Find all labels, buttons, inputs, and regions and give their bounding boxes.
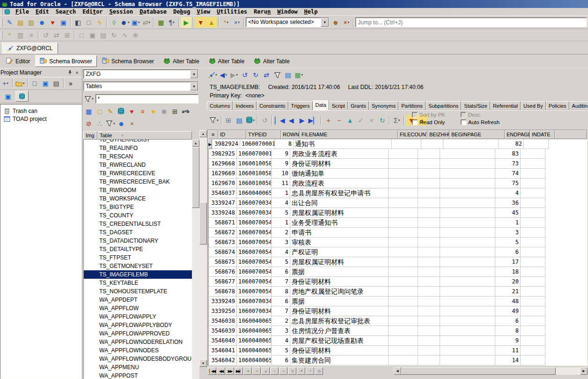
cell-indate[interactable] — [521, 267, 545, 277]
cell-id[interactable]: 568673 — [209, 238, 237, 247]
cell-filename[interactable]: 身份证明材料 — [290, 346, 389, 356]
cell-beizhhu[interactable] — [418, 297, 440, 306]
cell-filename[interactable]: 身份证明材料 — [290, 306, 389, 316]
cell-indate[interactable] — [521, 326, 545, 336]
detail-tab-columns[interactable]: Columns — [207, 101, 233, 110]
menu-window[interactable]: Window — [274, 8, 301, 15]
tab-database-view[interactable] — [15, 91, 29, 102]
cell-rowno[interactable]: 11 — [272, 178, 290, 188]
cell-rowno[interactable]: 6 — [272, 356, 290, 365]
filter-records-icon[interactable]: ◇ — [315, 367, 323, 375]
dropdown-arrow-icon[interactable]: ▾ — [348, 21, 350, 24]
cell-rowno[interactable]: 4 — [272, 247, 290, 257]
menu-view[interactable]: View — [193, 8, 213, 15]
cell-filecount[interactable] — [389, 218, 418, 228]
table-list-item[interactable]: TB_RESCAN — [84, 152, 192, 161]
cell-beginpage[interactable] — [440, 247, 495, 257]
cell-filename[interactable]: 住房情况分户普查表 — [290, 326, 389, 336]
back-icon[interactable]: ◀▾ — [218, 70, 229, 81]
dropdown-arrow-icon[interactable]: ▾ — [138, 21, 140, 24]
next-page-icon[interactable]: ▶▶ — [226, 367, 234, 375]
cell-filecount[interactable] — [389, 306, 418, 316]
table-list-item[interactable]: TB_WORKSPACE — [84, 194, 192, 203]
table-row[interactable]: 56867710600700547身份证明材料20 — [208, 277, 587, 287]
hscroll-thumb[interactable] — [401, 367, 556, 375]
cell-rowno[interactable]: 7 — [272, 277, 290, 287]
commit-icon[interactable]: ▼ — [195, 17, 206, 28]
grid-scroll-thumb[interactable] — [199, 202, 207, 245]
menu-search[interactable]: Search — [52, 8, 79, 15]
new-connection-icon[interactable]: *▾ — [220, 17, 231, 28]
cell-beginpage[interactable] — [440, 346, 495, 356]
duplicate-grid-icon[interactable]: ⊞ — [223, 115, 234, 126]
cell-beginpage[interactable] — [440, 238, 495, 247]
table-list-item[interactable]: WA_APPPOST — [84, 372, 192, 379]
cell-beginpage[interactable] — [440, 159, 495, 169]
checkbox-box[interactable] — [412, 112, 418, 118]
favorite-star-icon[interactable]: ★ — [148, 106, 159, 117]
cell-rowno[interactable]: 4 — [272, 198, 290, 208]
table-list-item[interactable]: TB_RWRECLAND — [84, 161, 192, 169]
cell-filename[interactable]: 房政流程表 — [290, 178, 389, 188]
cell-beizhhu[interactable] — [418, 228, 440, 238]
cell-endpage[interactable]: 14 — [495, 356, 521, 365]
cell-indate[interactable] — [521, 297, 545, 306]
last-row-icon[interactable]: ▶▏ — [308, 115, 320, 126]
table-row[interactable]: 56867510600700545房屋权属证明材料17 — [208, 257, 587, 267]
refresh-all-icon[interactable]: ⇄ — [261, 70, 272, 81]
save-doc-icon[interactable]: ▣ — [87, 30, 98, 40]
detail-tab-usedby[interactable]: Used By — [521, 101, 546, 110]
cell-id[interactable]: 3339247 — [209, 198, 237, 208]
menu-file[interactable]: File — [12, 8, 32, 15]
cell-filename[interactable]: 审核表 — [290, 238, 389, 247]
table-row[interactable]: 333925010600700347身份证明材料49 — [208, 306, 587, 316]
browser-panel-toggle-icon[interactable]: ◧ — [73, 17, 83, 28]
table-row[interactable]: 354603810600400652忠县房屋所有权登记审批表6 — [208, 316, 587, 326]
sql-heart-icon[interactable]: ♥ — [47, 17, 58, 28]
checkbox-box[interactable] — [412, 119, 418, 125]
filter-funnel-icon[interactable] — [272, 70, 283, 81]
tab-project-view[interactable]: ▣ — [1, 91, 15, 102]
detail-tab-indexes[interactable]: Indexes — [233, 101, 257, 110]
img-column-header[interactable]: Img — [83, 131, 97, 140]
grid-scroll-up-icon[interactable]: ▲ — [199, 130, 207, 137]
cell-beginpage[interactable] — [440, 356, 495, 365]
report-manager-icon[interactable]: ▦ — [155, 17, 166, 28]
cell-filename[interactable]: 忠县房屋所有权登记申请书 — [290, 188, 389, 198]
cell-typeid[interactable]: 1060070054 — [237, 247, 272, 257]
table-row[interactable]: 354604110600400655身份证明材料11 — [208, 346, 587, 356]
cell-filecount[interactable] — [389, 346, 418, 356]
table-row[interactable]: 56867810600700548房地产权属登记询问笔录21 — [208, 287, 587, 297]
cell-endpage[interactable]: 36 — [495, 198, 521, 208]
table-row[interactable]: ▶398292410600700018通知书82 — [208, 139, 587, 149]
cell-rowno[interactable]: 5 — [272, 257, 290, 267]
cell-id[interactable]: 568672 — [209, 228, 237, 238]
dropdown-arrow-icon[interactable]: ▾ — [23, 82, 25, 85]
dropdown-arrow-icon[interactable]: ▾ — [113, 122, 115, 126]
cell-id[interactable]: 3546042 — [209, 356, 237, 365]
cell-beginpage[interactable] — [440, 188, 495, 198]
cell-rowno[interactable]: 7 — [272, 306, 290, 316]
cell-typeid[interactable]: 1060040065 — [237, 326, 272, 336]
grid-scroll-down-icon[interactable]: ▼ — [199, 360, 207, 367]
cell-endpage[interactable]: 83 — [495, 149, 521, 159]
cell-filename[interactable]: 出让合同 — [290, 198, 389, 208]
cell-filename[interactable]: 集资建房合同 — [290, 356, 389, 365]
dropdown-arrow-icon[interactable]: ▾ — [7, 82, 8, 85]
menu-database[interactable]: Database — [136, 8, 170, 15]
cell-beizhhu[interactable] — [418, 198, 440, 208]
cell-filecount[interactable] — [389, 287, 418, 297]
cell-indate[interactable] — [521, 169, 545, 178]
detail-tab-referential[interactable]: Referential — [490, 101, 521, 110]
insert-row-icon[interactable]: + — [323, 115, 334, 126]
cell-filecount[interactable] — [389, 277, 418, 287]
dropdown-arrow-icon[interactable]: ▾ — [225, 73, 227, 77]
cell-endpage[interactable]: 5 — [495, 238, 521, 247]
cell-id[interactable]: 3339250 — [209, 306, 237, 316]
cell-indate[interactable] — [521, 257, 545, 267]
workspace-combo-arrow-icon[interactable]: ▼ — [321, 18, 329, 27]
cell-filename[interactable]: 产权证明 — [290, 247, 389, 257]
swap-icon[interactable]: ⇄ — [51, 30, 62, 40]
cell-filename[interactable]: 房政业务流程表 — [290, 149, 389, 159]
open-folder-icon[interactable]: ▾ — [15, 78, 26, 89]
